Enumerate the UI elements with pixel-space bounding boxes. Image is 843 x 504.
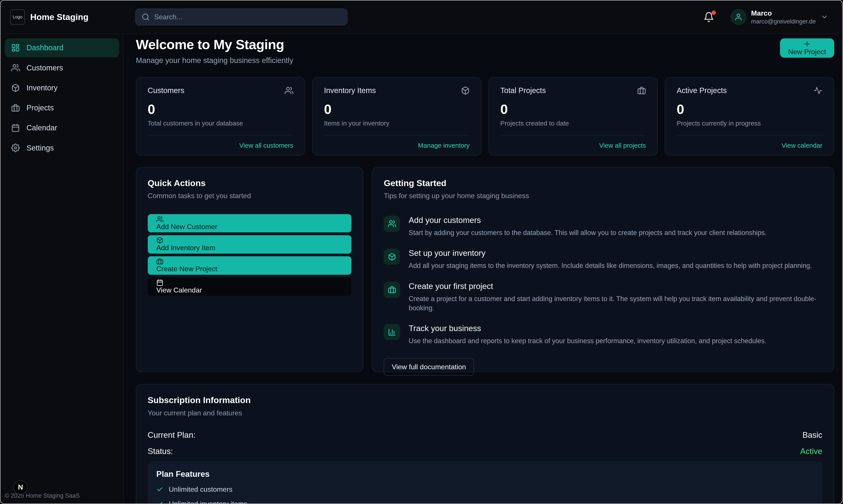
status-badge: Active: [800, 447, 822, 456]
sidebar-item-calendar[interactable]: Calendar: [5, 119, 119, 137]
search-input[interactable]: [154, 13, 341, 21]
sidebar-item-label: Inventory: [27, 84, 57, 92]
new-project-button[interactable]: New Project: [780, 38, 834, 58]
brand: Logo Home Staging: [0, 10, 124, 24]
button-label: Add Inventory Item: [156, 244, 215, 252]
getting-started-step: Set up your inventory Add all your stagi…: [384, 249, 822, 270]
notifications-button[interactable]: [703, 12, 714, 22]
sidebar-item-settings[interactable]: Settings: [5, 139, 119, 157]
topbar-right: Marco marco@greiveldinger.de: [703, 9, 842, 25]
sidebar-item-label: Settings: [27, 144, 54, 152]
settings-icon: [11, 144, 20, 152]
stats-row: Customers 0 Total customers in your data…: [136, 77, 834, 156]
panel-title: Quick Actions: [148, 178, 352, 188]
activity-icon: [813, 86, 822, 95]
nextjs-dev-badge[interactable]: N: [13, 480, 28, 494]
manage-inventory-link[interactable]: Manage inventory: [418, 142, 470, 149]
users-icon: [285, 86, 293, 95]
dashboard-icon: [11, 43, 20, 52]
briefcase-icon: [637, 86, 646, 95]
panels-row: Quick Actions Common tasks to get you st…: [136, 167, 834, 372]
topbar: Logo Home Staging Marco marco@greiveldin…: [0, 0, 842, 34]
check-icon: [156, 501, 163, 504]
search-bar[interactable]: [135, 8, 348, 25]
plus-icon: [803, 40, 811, 48]
add-inventory-item-button[interactable]: Add Inventory Item: [148, 235, 352, 254]
step-description: Create a project for a customer and star…: [409, 294, 822, 313]
stat-description: Projects currently in progress: [677, 120, 822, 127]
plan-value: Basic: [802, 431, 822, 440]
sidebar-item-label: Customers: [27, 64, 63, 72]
getting-started-step: Create your first project Create a proje…: [384, 282, 822, 313]
notification-dot: [712, 11, 716, 15]
step-description: Use the dashboard and reports to keep tr…: [409, 336, 767, 346]
sidebar-item-label: Calendar: [27, 124, 57, 132]
sidebar-item-customers[interactable]: Customers: [5, 58, 119, 77]
feature-label: Unlimited inventory items: [169, 500, 247, 504]
view-documentation-button[interactable]: View full documentation: [384, 358, 474, 376]
panel-subtitle: Tips for setting up your home staging bu…: [384, 192, 822, 200]
avatar: [731, 9, 747, 25]
button-label: View Calendar: [156, 286, 202, 294]
app-title: Home Staging: [30, 12, 88, 22]
sidebar-item-projects[interactable]: Projects: [5, 98, 119, 117]
stat-title: Total Projects: [500, 86, 546, 95]
view-calendar-button[interactable]: View Calendar: [148, 277, 352, 296]
step-description: Start by adding your customers to the da…: [409, 228, 767, 237]
getting-started-panel: Getting Started Tips for setting up your…: [372, 167, 834, 372]
user-info: Marco marco@greiveldinger.de: [751, 9, 815, 25]
panel-title: Getting Started: [384, 178, 822, 188]
stat-card-total-projects: Total Projects 0 Projects created to dat…: [489, 77, 658, 156]
step-icon-badge: [384, 249, 400, 265]
users-icon: [156, 216, 163, 223]
page-header: Welcome to My Staging Manage your home s…: [136, 37, 834, 65]
app-logo: Logo: [10, 10, 25, 24]
stat-value: 0: [500, 101, 646, 117]
view-all-customers-link[interactable]: View all customers: [239, 142, 293, 149]
user-email: marco@greiveldinger.de: [751, 18, 815, 25]
stat-title: Inventory Items: [324, 86, 376, 95]
package-icon: [461, 86, 470, 95]
getting-started-step: Track your business Use the dashboard an…: [384, 324, 822, 346]
briefcase-icon: [156, 258, 163, 265]
stat-card-active-projects: Active Projects 0 Projects currently in …: [665, 77, 834, 156]
check-icon: [156, 486, 163, 493]
sidebar-item-label: Dashboard: [27, 43, 64, 52]
button-label: Create New Project: [156, 265, 217, 273]
sidebar-item-dashboard[interactable]: Dashboard: [5, 38, 119, 57]
sidebar-nav: Dashboard Customers Inventory Projects C…: [0, 34, 123, 162]
plan-features-box: Plan Features Unlimited customers Unlimi…: [148, 462, 822, 504]
stat-card-customers: Customers 0 Total customers in your data…: [136, 77, 305, 156]
main-content: Welcome to My Staging Manage your home s…: [124, 34, 842, 504]
panel-subtitle: Your current plan and features: [148, 409, 822, 417]
users-icon: [11, 64, 20, 72]
copyright-text: © 2025 Home Staging SaaS: [5, 492, 80, 499]
sidebar-item-label: Projects: [27, 104, 54, 112]
view-calendar-link[interactable]: View calendar: [781, 142, 822, 149]
add-new-customer-button[interactable]: Add New Customer: [148, 214, 352, 233]
stat-title: Customers: [148, 86, 185, 95]
page-subtitle: Manage your home staging business effici…: [136, 56, 293, 65]
status-label: Status:: [148, 447, 173, 456]
stat-value: 0: [324, 101, 470, 117]
step-description: Add all your staging items to the invent…: [409, 261, 812, 270]
stat-card-inventory: Inventory Items 0 Items in your inventor…: [312, 77, 481, 156]
user-menu[interactable]: Marco marco@greiveldinger.de: [731, 9, 828, 25]
step-title: Create your first project: [409, 282, 822, 291]
create-new-project-button[interactable]: Create New Project: [148, 256, 352, 275]
stat-description: Total customers in your database: [148, 120, 294, 127]
sidebar: Dashboard Customers Inventory Projects C…: [0, 34, 124, 504]
button-label: New Project: [788, 48, 826, 56]
search-icon: [142, 13, 150, 21]
stat-description: Projects created to date: [500, 120, 646, 127]
panel-title: Subscription Information: [148, 395, 822, 405]
current-plan-row: Current Plan: Basic: [148, 431, 822, 440]
step-title: Track your business: [409, 324, 767, 333]
bar-chart-icon: [388, 328, 396, 336]
status-row: Status: Active: [148, 447, 822, 456]
button-label: Add New Customer: [156, 223, 217, 231]
view-all-projects-link[interactable]: View all projects: [599, 142, 646, 149]
sidebar-item-inventory[interactable]: Inventory: [5, 78, 119, 97]
step-icon-badge: [384, 324, 400, 340]
plan-label: Current Plan:: [148, 431, 196, 440]
